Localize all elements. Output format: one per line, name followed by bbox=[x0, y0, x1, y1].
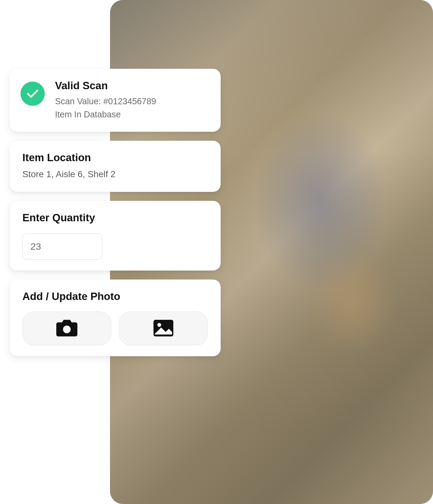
item-location-card: Item Location Store 1, Aisle 6, Shelf 2 bbox=[10, 141, 221, 192]
svg-point-0 bbox=[63, 326, 71, 333]
quantity-card: Enter Quantity bbox=[10, 201, 221, 271]
quantity-title: Enter Quantity bbox=[22, 212, 208, 224]
location-title: Item Location bbox=[22, 152, 208, 164]
photo-card: Add / Update Photo bbox=[10, 280, 221, 356]
take-photo-button[interactable] bbox=[22, 311, 111, 345]
camera-icon bbox=[56, 319, 77, 338]
photo-buttons-row bbox=[22, 311, 208, 345]
quantity-input[interactable] bbox=[22, 233, 102, 260]
photo-title: Add / Update Photo bbox=[22, 290, 208, 303]
check-icon bbox=[20, 82, 45, 106]
valid-scan-card: Valid Scan Scan Value: #0123456789 Item … bbox=[10, 69, 221, 132]
svg-point-3 bbox=[157, 323, 161, 327]
scan-status: Item In Database bbox=[55, 108, 208, 121]
scan-value: Scan Value: #0123456789 bbox=[55, 95, 208, 108]
location-value: Store 1, Aisle 6, Shelf 2 bbox=[22, 168, 208, 181]
scan-title: Valid Scan bbox=[55, 80, 208, 92]
image-icon bbox=[153, 319, 174, 338]
choose-image-button[interactable] bbox=[119, 311, 208, 345]
scan-text-block: Valid Scan Scan Value: #0123456789 Item … bbox=[55, 80, 208, 121]
cards-column: Valid Scan Scan Value: #0123456789 Item … bbox=[10, 69, 221, 356]
